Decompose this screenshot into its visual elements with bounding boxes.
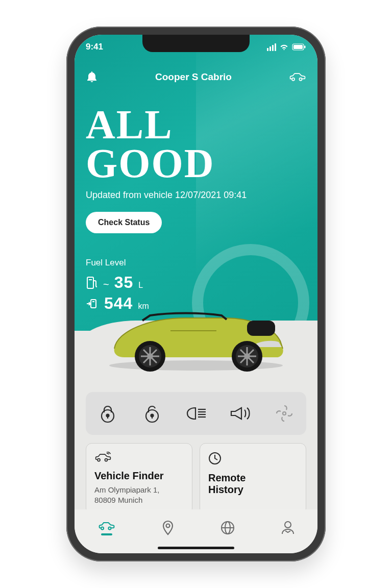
car-side-icon[interactable] [289, 72, 306, 82]
remote-history-title: Remote History [208, 472, 298, 496]
vehicle-title: Cooper S Cabrio [155, 71, 232, 83]
fan-icon [275, 404, 294, 423]
status-headline-line2: GOOD [86, 144, 306, 183]
globe-icon [220, 521, 235, 535]
pin-icon [162, 520, 174, 535]
profile-icon [281, 521, 295, 535]
svg-point-45 [285, 522, 291, 528]
screen: 9:41 Cooper S Cabrio [75, 35, 317, 553]
horn-button[interactable] [226, 399, 254, 428]
climate-button[interactable] [270, 399, 299, 428]
lock-button[interactable] [93, 399, 122, 428]
svg-point-26 [107, 414, 109, 417]
svg-rect-1 [293, 45, 303, 49]
fuel-liters-unit: L [138, 281, 143, 290]
svg-rect-5 [87, 277, 93, 288]
home-indicator [158, 547, 234, 549]
horn-icon [229, 406, 251, 421]
cellular-icon [267, 43, 276, 51]
vehicle-finder-address: Am Olympiapark 1, 80809 Munich [94, 485, 184, 505]
battery-icon [292, 43, 306, 51]
car-icon [98, 520, 115, 531]
svg-point-29 [151, 414, 153, 417]
phone-frame: 9:41 Cooper S Cabrio [66, 27, 326, 561]
tab-profile[interactable] [281, 521, 295, 535]
fuel-liters-row: ~ 35 L [86, 273, 306, 292]
svg-point-39 [101, 527, 104, 530]
svg-point-3 [292, 78, 295, 81]
vehicle-image [94, 300, 298, 372]
svg-point-4 [299, 78, 302, 81]
headlights-button[interactable] [182, 399, 210, 428]
headlights-icon [185, 406, 207, 421]
updated-text: Updated from vehicle 12/07/2021 09:41 [86, 190, 306, 201]
bell-icon[interactable] [86, 70, 98, 84]
status-headline-line1: ALL [86, 105, 306, 144]
check-status-button[interactable]: Check Status [86, 212, 162, 233]
tab-vehicle[interactable] [98, 520, 115, 535]
vehicle-finder-card[interactable]: Vehicle Finder Am Olympiapark 1, 80809 M… [86, 443, 192, 514]
svg-rect-2 [304, 46, 306, 48]
wifi-icon [279, 43, 289, 51]
fuel-liters-value: 35 [114, 273, 134, 292]
lock-icon [99, 403, 117, 424]
tab-explore[interactable] [220, 521, 235, 535]
vehicle-finder-icon [94, 452, 184, 465]
unlock-icon [143, 403, 161, 424]
quick-actions [86, 392, 306, 435]
fuel-pump-icon [86, 276, 98, 290]
fuel-level-label: Fuel Level [86, 258, 306, 268]
notch [142, 35, 250, 52]
svg-point-41 [166, 524, 169, 528]
vehicle-finder-title: Vehicle Finder [94, 470, 184, 482]
remote-history-card[interactable]: Remote History [200, 443, 306, 514]
svg-point-40 [108, 527, 111, 530]
status-headline: ALL GOOD [86, 105, 306, 183]
tab-map[interactable] [162, 520, 174, 535]
status-time: 9:41 [86, 42, 103, 52]
svg-point-35 [283, 412, 286, 415]
svg-point-37 [105, 459, 107, 461]
svg-rect-10 [247, 321, 275, 336]
unlock-button[interactable] [138, 399, 166, 428]
clock-icon [208, 452, 298, 467]
svg-point-36 [97, 459, 100, 461]
